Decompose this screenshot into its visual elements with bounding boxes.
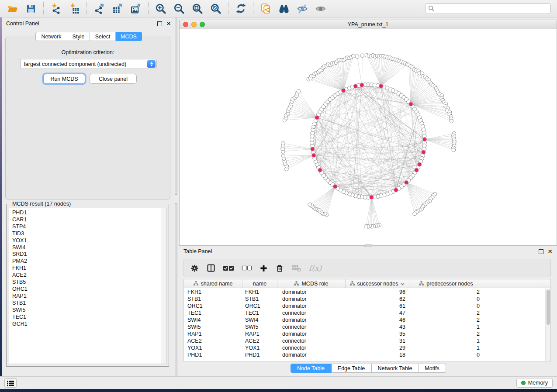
tab-select[interactable]: Select [90, 32, 116, 41]
clone-network-button[interactable] [256, 2, 275, 16]
tab-mcds[interactable]: MCDS [116, 32, 142, 41]
mcds-result-item[interactable]: TID3 [9, 230, 166, 237]
table-row[interactable]: YOX1YOX1connector291 [184, 344, 545, 351]
tab-node-table[interactable]: Node Table [291, 364, 332, 373]
table-row[interactable]: RAP1RAP1dominator352 [184, 330, 545, 337]
mcds-result-item[interactable]: SWI4 [9, 244, 166, 251]
table-cell[interactable]: SWI5 [242, 324, 277, 330]
tab-motifs[interactable]: Motifs [419, 364, 446, 373]
import-network-button[interactable] [47, 2, 65, 16]
table-cell[interactable]: ORC1 [184, 303, 242, 309]
export-table-button[interactable] [108, 2, 127, 16]
network-window-titlebar[interactable]: YPA_prune.txt_1 [180, 20, 557, 29]
table-cell[interactable]: TEC1 [242, 310, 277, 316]
column-header-predecessor-nodes[interactable]: predecessor nodes [409, 279, 483, 288]
add-column-button[interactable] [259, 261, 268, 275]
table-cell[interactable]: dominator [277, 317, 346, 323]
mcds-result-item[interactable]: ACE2 [9, 272, 166, 279]
table-scrollbar[interactable] [545, 289, 550, 361]
table-cell[interactable]: dominator [277, 331, 346, 337]
search-field[interactable] [425, 3, 551, 14]
zoom-fit-button[interactable] [188, 2, 207, 16]
import-table-button[interactable] [65, 2, 83, 16]
mcds-result-list[interactable]: PHD1CAR1STP4TID3YOX1SWI4SRD1PMA2FKH1ACE2… [9, 208, 166, 364]
table-cell[interactable]: ACE2 [184, 338, 242, 344]
tab-network[interactable]: Network [35, 32, 67, 41]
tab-network-table[interactable]: Network Table [372, 364, 419, 373]
network-canvas[interactable] [180, 29, 557, 245]
table-cell[interactable]: 2 [409, 310, 483, 316]
mcds-list-scrollbar[interactable] [161, 208, 166, 364]
table-row[interactable]: TEC1TEC1connector472 [184, 309, 545, 316]
column-header-MCDS-role[interactable]: MCDS role [277, 279, 346, 288]
table-cell[interactable]: SWI4 [184, 317, 242, 323]
mcds-result-item[interactable]: STB5 [9, 279, 166, 286]
table-row[interactable]: ACE2ACE2connector311 [184, 337, 545, 344]
show-columns-button[interactable] [223, 261, 234, 275]
table-cell[interactable]: SWI5 [184, 324, 242, 330]
mcds-result-item[interactable]: SWI5 [9, 307, 166, 314]
tab-edge-table[interactable]: Edge Table [332, 364, 372, 373]
table-cell[interactable]: dominator [277, 352, 346, 358]
close-panel-icon[interactable]: ✕ [547, 249, 553, 254]
table-cell[interactable]: 62 [346, 296, 409, 302]
table-cell[interactable]: 43 [346, 324, 409, 330]
table-row[interactable]: ORC1ORC1dominator610 [184, 303, 545, 309]
table-cell[interactable]: 1 [409, 345, 483, 351]
zoom-selected-button[interactable] [207, 2, 225, 16]
delete-column-button[interactable] [275, 261, 284, 275]
table-cell[interactable]: 96 [346, 289, 409, 295]
table-cell[interactable]: connector [277, 310, 346, 316]
table-cell[interactable]: 47 [346, 310, 409, 316]
table-cell[interactable]: YOX1 [242, 345, 277, 351]
mcds-result-item[interactable]: YOX1 [9, 237, 166, 244]
table-cell[interactable]: PHD1 [242, 352, 277, 358]
table-cell[interactable]: YOX1 [184, 345, 242, 351]
network-graph[interactable] [180, 29, 557, 246]
memory-button[interactable]: Memory [516, 378, 553, 388]
table-cell[interactable]: PHD1 [184, 352, 242, 358]
tab-style[interactable]: Style [67, 32, 90, 41]
export-image-button[interactable] [127, 2, 145, 16]
table-cell[interactable]: dominator [277, 296, 346, 302]
table-cell[interactable]: RAP1 [184, 331, 242, 337]
table-row[interactable]: FKH1FKH1dominator962 [184, 289, 545, 296]
table-cell[interactable]: ACE2 [242, 338, 277, 344]
mcds-result-item[interactable]: GCR1 [9, 321, 166, 328]
table-cell[interactable]: FKH1 [184, 289, 242, 295]
float-window-icon[interactable] [539, 249, 543, 254]
task-history-button[interactable] [4, 378, 17, 388]
mcds-result-item[interactable]: PMA2 [9, 258, 166, 265]
mcds-result-item[interactable]: PHD1 [9, 210, 166, 217]
table-cell[interactable]: FKH1 [242, 289, 277, 295]
table-cell[interactable]: 35 [346, 331, 409, 337]
show-all-button[interactable] [311, 2, 330, 16]
close-panel-icon[interactable]: ✕ [166, 21, 171, 26]
column-header-shared-name[interactable]: shared name [184, 279, 242, 288]
refresh-network-button[interactable] [232, 2, 250, 16]
search-input[interactable] [437, 6, 548, 12]
close-panel-button[interactable]: Close panel [90, 74, 137, 84]
table-cell[interactable]: 0 [409, 352, 483, 358]
mcds-result-item[interactable]: RAP1 [9, 293, 166, 300]
table-settings-button[interactable] [190, 261, 199, 275]
table-cell[interactable]: 46 [346, 317, 409, 323]
table-cell[interactable]: dominator [277, 303, 346, 309]
table-cell[interactable]: 31 [346, 338, 409, 344]
zoom-in-button[interactable] [152, 2, 170, 16]
table-cell[interactable]: ORC1 [242, 303, 277, 309]
mcds-result-item[interactable]: SRD1 [9, 251, 166, 258]
table-cell[interactable]: 1 [409, 338, 483, 344]
hide-selected-button[interactable] [293, 2, 311, 16]
table-cell[interactable]: 2 [409, 289, 483, 295]
delete-table-button[interactable] [291, 261, 301, 275]
table-cell[interactable]: connector [277, 338, 346, 344]
split-columns-button[interactable] [207, 261, 215, 275]
table-cell[interactable]: 1 [409, 324, 483, 330]
table-row[interactable]: SWI5SWI5connector431 [184, 323, 545, 330]
table-cell[interactable]: connector [277, 345, 346, 351]
table-row[interactable]: SWI4SWI4dominator462 [184, 316, 545, 323]
table-cell[interactable]: STB1 [184, 296, 242, 302]
run-mcds-button[interactable]: Run MCDS [43, 74, 85, 84]
table-cell[interactable]: connector [277, 324, 346, 330]
